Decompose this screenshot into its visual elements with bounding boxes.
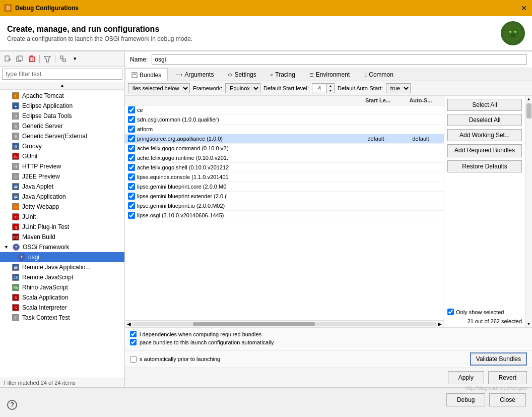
sidebar-item-generic-server[interactable]: S Generic Server [0, 121, 124, 131]
bundle-checkbox-9[interactable] [128, 183, 135, 190]
start-level-input[interactable] [312, 85, 326, 91]
sidebar-item-j2ee-preview[interactable]: J J2EE Preview [0, 171, 124, 182]
svg-point-3 [510, 33, 515, 37]
sidebar-item-gunit[interactable]: Ju GUnit [0, 151, 124, 161]
restore-defaults-button[interactable]: Restore Defaults [447, 160, 522, 172]
duplicate-button[interactable] [14, 53, 25, 65]
jetty-icon: J [12, 203, 19, 210]
close-button[interactable]: Close [489, 393, 526, 406]
osgi-child-icon: ✦ [18, 254, 25, 261]
bundle-checkbox-2[interactable] [128, 116, 135, 123]
sidebar-item-java-application[interactable]: ☕ Java Application [0, 192, 124, 202]
validate-auto-checkbox[interactable] [130, 356, 137, 363]
launch-select[interactable]: lles selected below [128, 83, 190, 93]
sidebar-item-scala-application[interactable]: S Scala Application [0, 292, 124, 303]
sidebar-item-junit[interactable]: Ju JUnit [0, 212, 124, 222]
bundle-checkbox-12[interactable] [128, 212, 135, 219]
validate-text: s automatically prior to launching [140, 356, 220, 362]
bundle-checkbox-6[interactable] [128, 154, 135, 161]
scroll-down-arrow[interactable]: ▼ [526, 321, 532, 327]
debug-button[interactable]: Debug [446, 393, 485, 406]
tab-arguments[interactable]: ⟶ Arguments [169, 68, 220, 81]
bundle-checkbox-1[interactable] [128, 106, 135, 113]
bottom-bar: Debug Close [0, 387, 532, 411]
filter-button[interactable] [42, 53, 53, 65]
main-area: ▾ ▲ T Apache Tomcat ● Eclipse Applicatio… [0, 51, 532, 387]
sidebar-item-osgi-framework[interactable]: ▼ ✦ OSGi Framework [0, 242, 124, 252]
sidebar-item-osgi[interactable]: ✦ osgi [0, 252, 124, 262]
delete-button[interactable] [26, 53, 37, 65]
svg-rect-16 [60, 56, 63, 58]
sidebar-item-remote-javascript[interactable]: JS Remote JavaScript [0, 272, 124, 282]
col-header-startlevel: Start Le... [355, 97, 401, 103]
horizontal-scrollbar[interactable]: ◀ ▶ [125, 320, 444, 327]
revert-button[interactable]: Revert [488, 371, 527, 384]
help-icon[interactable]: ? [7, 400, 17, 410]
bundle-name-12: lipse.osgi (3.10.0.v20140606-1445) [137, 212, 351, 218]
java-app-icon: ☕ [12, 193, 19, 200]
bundles-main: Start Le... Auto-S... ce sd [125, 96, 532, 327]
tracing-tab-icon: ≈ [271, 72, 274, 78]
validate-bundles-button[interactable]: Validate Bundles [470, 352, 527, 366]
sidebar-item-jetty-webapp[interactable]: J Jetty Webapp [0, 202, 124, 212]
deselect-all-button[interactable]: Deselect All [447, 114, 522, 126]
apply-button[interactable]: Apply [448, 371, 484, 384]
name-input[interactable] [152, 54, 527, 65]
bundle-checkbox-10[interactable] [128, 193, 135, 200]
bundle-checkbox-3[interactable] [128, 126, 135, 133]
scroll-up-arrow[interactable]: ▲ [526, 96, 532, 102]
sidebar-item-task-context-test[interactable]: T Task Context Test [0, 313, 124, 323]
close-button[interactable]: ✕ [520, 4, 528, 12]
tree-scroll-up[interactable]: ▲ [0, 82, 124, 90]
only-show-checkbox[interactable] [447, 309, 454, 315]
bundle-checkbox-4[interactable] [128, 135, 135, 142]
include-deps-checkbox[interactable] [130, 331, 137, 337]
bundle-name-3: atform [137, 126, 351, 132]
add-working-set-button[interactable]: Add Working Set... [447, 129, 522, 141]
bundle-checkbox-8[interactable] [128, 173, 135, 181]
sidebar-item-groovy[interactable]: G Groovy [0, 141, 124, 151]
framework-select[interactable]: Equinox [225, 83, 260, 93]
junit-plugin-icon: Jj [12, 223, 19, 230]
tab-settings[interactable]: ⚙ Settings [221, 68, 262, 81]
autostart-select[interactable]: true [386, 83, 411, 93]
scroll-left-arrow[interactable]: ◀ [126, 321, 132, 327]
scroll-right-arrow[interactable]: ▶ [437, 321, 443, 327]
new-config-button[interactable] [2, 53, 13, 65]
sidebar-item-apache-tomcat[interactable]: T Apache Tomcat [0, 91, 124, 101]
bundle-name-2: sdn.osgi.common (1.0.0.qualifier) [137, 116, 351, 123]
sidebar-item-rhino-javascript[interactable]: Rh Rhino JavaScript [0, 282, 124, 292]
sidebar-item-generic-server-external[interactable]: S Generic Server(External [0, 131, 124, 141]
sidebar-item-eclipse-data-tools[interactable]: D Eclipse Data Tools [0, 111, 124, 121]
bundle-row: sdn.osgi.common (1.0.0.qualifier) [125, 115, 444, 125]
sidebar-item-junit-plugin-test[interactable]: Jj JUnit Plug-in Test [0, 222, 124, 232]
sidebar-item-java-applet[interactable]: ☕ Java Applet [0, 182, 124, 192]
dropdown-button[interactable]: ▾ [70, 53, 81, 65]
start-level-up[interactable]: ▲ [327, 84, 334, 88]
header-text: Create, manage, and run configurations C… [7, 25, 192, 42]
sidebar-item-remote-java-application[interactable]: ☕ Remote Java Applicatio... [0, 262, 124, 272]
filter-input[interactable] [2, 69, 122, 80]
header-subtitle: Create a configuration to launch the OSG… [7, 35, 192, 42]
tab-bundles[interactable]: Bundles [125, 68, 168, 81]
select-all-button[interactable]: Select All [447, 99, 522, 111]
bundle-checkbox-7[interactable] [128, 164, 135, 171]
bundle-checkbox-5[interactable] [128, 145, 135, 152]
vertical-scrollbar[interactable]: ▲ ▼ [525, 96, 532, 327]
bundle-tab-icon [131, 72, 138, 78]
task-icon: T [12, 314, 19, 321]
add-required-bundles-button[interactable]: Add Required Bundles [447, 144, 522, 157]
args-tab-icon: ⟶ [175, 72, 182, 78]
tab-environment[interactable]: ☰ Environment [303, 68, 356, 81]
bundle-name-4: pringsource.org.aopalliance (1.0.0) [137, 136, 351, 142]
tab-tracing[interactable]: ≈ Tracing [264, 68, 302, 81]
bundle-checkbox-11[interactable] [128, 202, 135, 209]
collapse-button[interactable] [57, 53, 69, 65]
sidebar-item-eclipse-application[interactable]: ● Eclipse Application [0, 101, 124, 111]
add-workspace-checkbox[interactable] [130, 339, 137, 345]
tab-common[interactable]: □ Common [357, 68, 400, 81]
start-level-down[interactable]: ▼ [327, 88, 334, 93]
sidebar-item-http-preview[interactable]: H HTTP Preview [0, 161, 124, 171]
sidebar-item-maven-build[interactable]: m2 Maven Build [0, 232, 124, 242]
sidebar-item-scala-interpreter[interactable]: S Scala Interpreter [0, 303, 124, 313]
